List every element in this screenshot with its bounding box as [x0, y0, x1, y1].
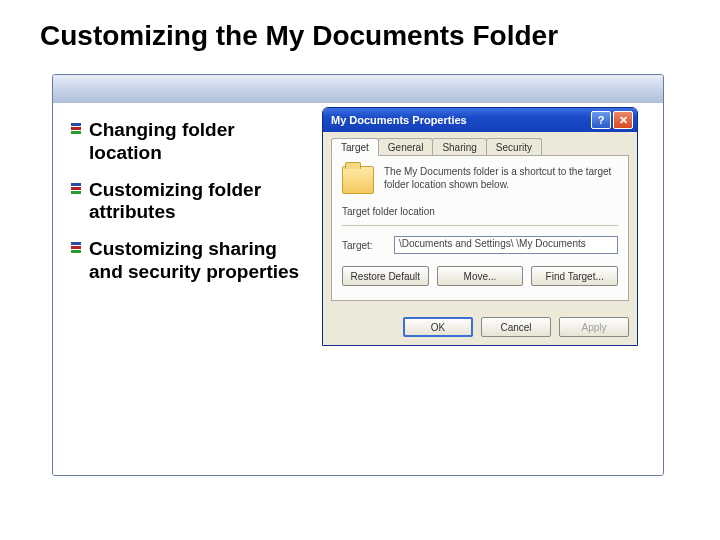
- properties-dialog: My Documents Properties ? ✕ Target Gener…: [322, 107, 638, 346]
- folder-icon: [342, 166, 374, 194]
- bullet-icon: [71, 183, 81, 195]
- tab-strip: Target General Sharing Security: [331, 138, 629, 156]
- dialog-title: My Documents Properties: [331, 114, 591, 126]
- tab-general[interactable]: General: [378, 138, 434, 155]
- bullet-icon: [71, 123, 81, 135]
- restore-default-button[interactable]: Restore Default: [342, 266, 429, 286]
- bullet-text: Customizing folder attributes: [89, 179, 261, 223]
- cancel-button[interactable]: Cancel: [481, 317, 551, 337]
- group-label: Target folder location: [342, 206, 618, 217]
- slide-title: Customizing the My Documents Folder: [40, 20, 558, 52]
- find-target-button[interactable]: Find Target...: [531, 266, 618, 286]
- dialog-description: The My Documents folder is a shortcut to…: [384, 166, 618, 191]
- tab-security[interactable]: Security: [486, 138, 542, 155]
- list-item: Customizing sharing and security propert…: [71, 238, 310, 284]
- move-button[interactable]: Move...: [437, 266, 524, 286]
- tab-sharing[interactable]: Sharing: [432, 138, 486, 155]
- bullet-icon: [71, 242, 81, 254]
- target-input[interactable]: \Documents and Settings\ \My Documents: [394, 236, 618, 254]
- dialog-footer: OK Cancel Apply: [323, 309, 637, 345]
- target-label: Target:: [342, 240, 384, 251]
- bullet-text: Customizing sharing and security propert…: [89, 238, 299, 282]
- help-button[interactable]: ?: [591, 111, 611, 129]
- separator: [342, 225, 618, 226]
- bullet-list: Changing folder location Customizing fol…: [53, 103, 318, 475]
- list-item: Changing folder location: [71, 119, 310, 165]
- apply-button[interactable]: Apply: [559, 317, 629, 337]
- ok-button[interactable]: OK: [403, 317, 473, 337]
- close-button[interactable]: ✕: [613, 111, 633, 129]
- frame-titlebar: [53, 75, 663, 103]
- content-frame: Changing folder location Customizing fol…: [52, 74, 664, 476]
- tab-panel-target: The My Documents folder is a shortcut to…: [331, 156, 629, 301]
- list-item: Customizing folder attributes: [71, 179, 310, 225]
- bullet-text: Changing folder location: [89, 119, 235, 163]
- dialog-titlebar[interactable]: My Documents Properties ? ✕: [323, 108, 637, 132]
- tab-target[interactable]: Target: [331, 138, 379, 156]
